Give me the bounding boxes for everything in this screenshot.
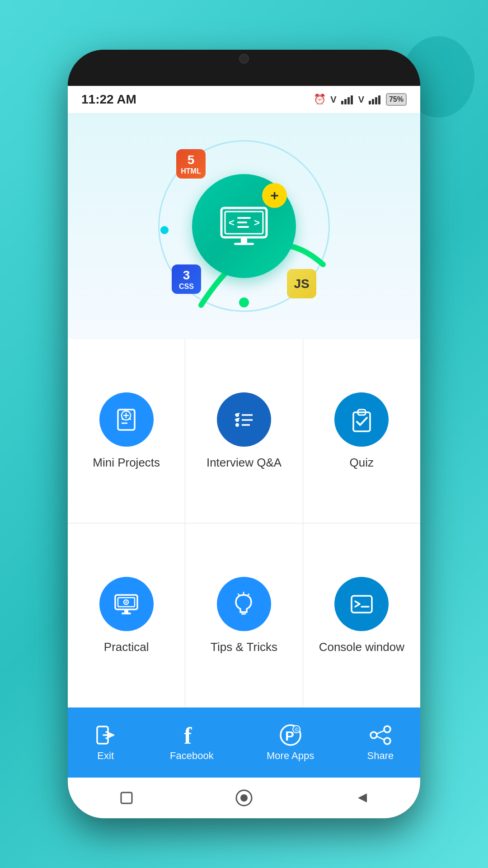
- list-check-icon: [229, 405, 258, 434]
- cyan-dot: [160, 226, 169, 234]
- camera: [239, 54, 249, 64]
- html-badge: 5 HTML: [176, 149, 206, 179]
- lightbulb-icon: [229, 590, 258, 619]
- menu-item-mini-projects[interactable]: Mini Projects: [68, 339, 185, 523]
- tips-tricks-icon-circle: [217, 577, 271, 631]
- volte-icon: V: [358, 94, 364, 105]
- nav-share[interactable]: Share: [358, 719, 403, 766]
- facebook-label: Facebook: [170, 750, 214, 762]
- signal-icon: V: [330, 94, 336, 105]
- status-icons: ⏰ V V 7: [314, 93, 407, 106]
- nav-more-apps[interactable]: P © More Apps: [258, 719, 323, 766]
- interview-qa-label: Interview Q&A: [206, 456, 282, 470]
- svg-point-54: [384, 738, 390, 744]
- console-icon-circle: [334, 577, 389, 631]
- svg-rect-14: [237, 226, 249, 228]
- header-banner: 5 HTML 3 CSS JS: [68, 113, 420, 339]
- terminal-icon: [347, 590, 376, 619]
- console-window-label: Console window: [319, 640, 404, 654]
- more-apps-label: More Apps: [267, 750, 314, 762]
- svg-rect-2: [347, 97, 350, 104]
- svg-rect-7: [378, 95, 380, 104]
- android-recent-button[interactable]: [115, 787, 138, 809]
- svg-rect-0: [341, 101, 343, 104]
- alarm-icon: ⏰: [314, 94, 326, 105]
- android-back-button[interactable]: [350, 787, 373, 809]
- svg-rect-3: [351, 95, 353, 104]
- exit-label: Exit: [97, 750, 114, 762]
- menu-item-console-window[interactable]: Console window: [303, 524, 420, 708]
- share-icon: [369, 724, 392, 746]
- svg-point-28: [235, 423, 239, 427]
- svg-rect-35: [122, 613, 131, 614]
- svg-point-59: [240, 794, 248, 802]
- svg-point-37: [125, 601, 127, 603]
- svg-rect-13: [237, 222, 247, 223]
- signal-bars-icon: [341, 94, 354, 104]
- more-apps-icon: P ©: [279, 724, 302, 746]
- js-badge: JS: [287, 269, 316, 298]
- menu-item-tips-tricks[interactable]: Tips & Tricks: [185, 524, 302, 708]
- svg-rect-34: [124, 609, 128, 613]
- status-time: 11:22 AM: [81, 92, 136, 107]
- svg-text:>: >: [254, 217, 260, 228]
- svg-line-55: [377, 731, 384, 734]
- book-plus-icon: [112, 405, 141, 434]
- notch: [203, 50, 285, 68]
- phone-top: [68, 50, 420, 86]
- practical-label: Practical: [104, 640, 149, 654]
- interview-qa-icon-circle: [217, 392, 271, 447]
- screen-gear-icon: [112, 590, 141, 619]
- monitor-icon: < >: [217, 203, 271, 249]
- svg-text:<: <: [229, 217, 235, 228]
- share-label: Share: [367, 750, 394, 762]
- tips-tricks-label: Tips & Tricks: [211, 640, 277, 654]
- quiz-label: Quiz: [350, 456, 374, 470]
- quiz-icon-circle: [334, 392, 389, 447]
- svg-rect-4: [369, 101, 371, 104]
- svg-line-56: [377, 736, 384, 740]
- nav-exit[interactable]: Exit: [85, 719, 126, 766]
- nav-facebook[interactable]: f Facebook: [161, 719, 223, 766]
- svg-line-42: [248, 594, 249, 595]
- phone-frame: 11:22 AM ⏰ V V: [68, 50, 420, 818]
- menu-item-practical[interactable]: Practical: [68, 524, 185, 708]
- menu-grid: Mini Projects: [68, 339, 420, 708]
- exit-icon: [94, 724, 117, 746]
- android-nav-bar: [68, 778, 420, 818]
- mini-projects-icon-circle: [99, 392, 154, 447]
- android-home-button[interactable]: [233, 787, 255, 809]
- svg-marker-60: [358, 793, 367, 802]
- screen: 5 HTML 3 CSS JS: [68, 113, 420, 778]
- menu-item-interview-qa[interactable]: Interview Q&A: [185, 339, 302, 523]
- practical-icon-circle: [99, 577, 154, 631]
- clipboard-check-icon: [347, 405, 376, 434]
- css-badge: 3 CSS: [172, 264, 201, 294]
- main-logo-circle: < > +: [192, 174, 296, 278]
- svg-point-53: [371, 732, 377, 738]
- status-bar: 11:22 AM ⏰ V V: [68, 86, 420, 113]
- svg-rect-15: [241, 237, 247, 244]
- mini-projects-label: Mini Projects: [93, 456, 160, 470]
- menu-item-quiz[interactable]: Quiz: [303, 339, 420, 523]
- svg-rect-16: [234, 243, 254, 245]
- svg-text:f: f: [184, 724, 192, 746]
- svg-text:©: ©: [295, 726, 299, 733]
- svg-point-52: [384, 726, 390, 732]
- svg-rect-1: [344, 99, 347, 104]
- svg-rect-6: [375, 97, 377, 104]
- battery-level: 75%: [389, 95, 404, 104]
- logo-container: 5 HTML 3 CSS JS: [149, 131, 339, 321]
- battery-indicator: 75%: [386, 93, 407, 106]
- facebook-icon: f: [180, 724, 203, 746]
- bottom-nav: Exit f Facebook P © More Apps: [68, 708, 420, 778]
- svg-rect-5: [372, 99, 374, 104]
- svg-rect-43: [352, 596, 372, 613]
- svg-rect-57: [121, 793, 132, 803]
- svg-line-41: [238, 594, 239, 595]
- svg-rect-12: [237, 217, 251, 219]
- plus-badge: +: [262, 183, 287, 208]
- signal-bars2-icon: [369, 94, 381, 104]
